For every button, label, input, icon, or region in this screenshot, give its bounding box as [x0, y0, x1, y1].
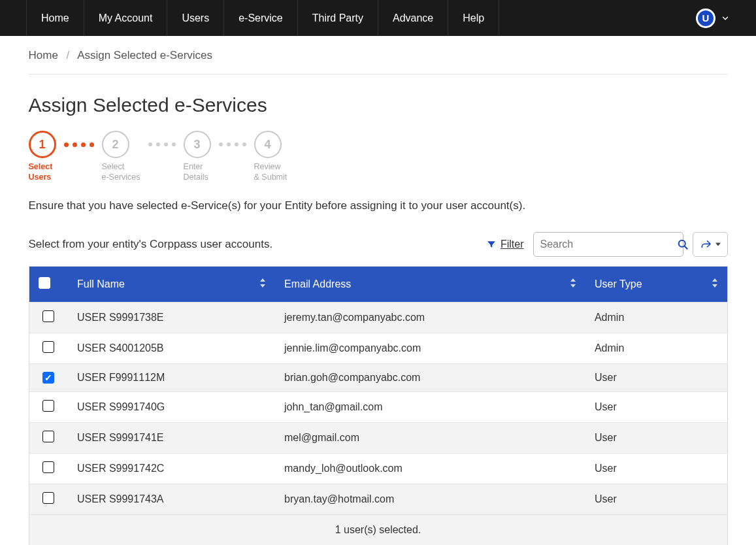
- cell-user-type: Admin: [585, 303, 727, 333]
- breadcrumb: Home / Assign Selected e-Services: [29, 36, 728, 74]
- search-input[interactable]: [540, 239, 671, 250]
- search-icon: [676, 238, 689, 251]
- caret-down-icon: [715, 242, 721, 247]
- table-row[interactable]: USER S9991741Emel@gmail.comUser: [29, 423, 727, 454]
- sort-icon: [259, 278, 266, 288]
- row-checkbox[interactable]: [42, 372, 54, 384]
- filter-label: Filter: [501, 239, 524, 250]
- col-email[interactable]: Email Address: [275, 267, 585, 303]
- avatar-initial: U: [702, 12, 710, 24]
- cell-email: bryan.tay@hotmail.com: [275, 484, 585, 515]
- step-2[interactable]: 2Selecte-Services: [102, 131, 140, 182]
- cell-full-name: USER S9991742C: [68, 454, 275, 484]
- export-button[interactable]: [693, 232, 728, 257]
- top-nav: HomeMy AccountUserse-ServiceThird PartyA…: [0, 0, 756, 36]
- table-row[interactable]: USER F9991112Mbrian.goh@companyabc.comUs…: [29, 364, 727, 392]
- col-checkbox: [29, 267, 68, 303]
- table-row[interactable]: USER S9991738Ejeremy.tan@companyabc.comA…: [29, 303, 727, 333]
- nav-item-e-service[interactable]: e-Service: [224, 0, 298, 36]
- nav-item-third-party[interactable]: Third Party: [298, 0, 378, 36]
- cell-email: mandy_loh@outlook.com: [275, 454, 585, 484]
- nav-item-help[interactable]: Help: [448, 0, 499, 36]
- table-row[interactable]: USER S9991742Cmandy_loh@outlook.comUser: [29, 454, 727, 484]
- step-circle: 1: [29, 131, 56, 158]
- step-4[interactable]: 4Review& Submit: [254, 131, 288, 182]
- row-checkbox[interactable]: [42, 431, 54, 442]
- table-toolbar: Select from your entity's Corppass user …: [29, 232, 728, 257]
- step-circle: 2: [102, 131, 129, 158]
- row-checkbox[interactable]: [42, 341, 54, 353]
- filter-icon: [486, 239, 497, 250]
- cell-email: brian.goh@companyabc.com: [275, 364, 585, 392]
- chevron-down-icon: [721, 14, 730, 23]
- col-full-name-label: Full Name: [77, 278, 125, 289]
- toolbar-left-text: Select from your entity's Corppass user …: [29, 238, 477, 251]
- cell-user-type: User: [585, 364, 727, 392]
- step-connector: [219, 131, 246, 158]
- cell-user-type: User: [585, 454, 727, 484]
- table-row[interactable]: USER S9991743Abryan.tay@hotmail.comUser: [29, 484, 727, 515]
- filter-button[interactable]: Filter: [486, 239, 524, 250]
- cell-full-name: USER S9991741E: [68, 423, 275, 454]
- step-1[interactable]: 1SelectUsers: [29, 131, 56, 182]
- col-user-type[interactable]: User Type: [585, 267, 727, 303]
- nav-item-home[interactable]: Home: [26, 0, 84, 36]
- col-user-type-label: User Type: [595, 278, 642, 289]
- step-label: Review& Submit: [254, 162, 288, 182]
- cell-email: jeremy.tan@companyabc.com: [275, 303, 585, 333]
- cell-full-name: USER S9991743A: [68, 484, 275, 515]
- sort-icon: [712, 278, 718, 288]
- cell-full-name: USER S4001205B: [68, 333, 275, 364]
- breadcrumb-home[interactable]: Home: [29, 49, 58, 61]
- cell-full-name: USER S9991738E: [68, 303, 275, 333]
- avatar: U: [696, 8, 715, 28]
- search-field[interactable]: [533, 232, 683, 257]
- breadcrumb-separator: /: [61, 49, 75, 61]
- col-email-label: Email Address: [284, 278, 351, 289]
- cell-user-type: User: [585, 484, 727, 515]
- table-row[interactable]: USER S4001205Bjennie.lim@companyabc.comA…: [29, 333, 727, 364]
- step-label: SelectUsers: [29, 162, 53, 182]
- cell-full-name: USER S9991740G: [68, 392, 275, 423]
- row-checkbox[interactable]: [42, 461, 54, 473]
- export-icon: [700, 239, 713, 250]
- col-full-name[interactable]: Full Name: [68, 267, 275, 303]
- nav-right: U: [696, 0, 730, 36]
- cell-user-type: Admin: [585, 333, 727, 364]
- step-connector: [148, 131, 176, 158]
- step-3[interactable]: 3EnterDetails: [184, 131, 211, 182]
- step-label: Selecte-Services: [102, 162, 140, 182]
- nav-item-users[interactable]: Users: [167, 0, 224, 36]
- table-row[interactable]: USER S9991740Gjohn_tan@gmail.comUser: [29, 392, 727, 423]
- breadcrumb-current: Assign Selected e-Services: [77, 49, 212, 61]
- cell-email: jennie.lim@companyabc.com: [275, 333, 585, 364]
- cell-email: mel@gmail.com: [275, 423, 585, 454]
- cell-user-type: User: [585, 392, 727, 423]
- step-circle: 4: [254, 131, 282, 158]
- nav-item-my-account[interactable]: My Account: [84, 0, 168, 36]
- user-menu[interactable]: U: [696, 8, 730, 28]
- select-all-checkbox[interactable]: [39, 277, 50, 289]
- wizard-steps: 1SelectUsers2Selecte-Services3EnterDetai…: [29, 131, 728, 182]
- sort-icon: [570, 278, 576, 288]
- cell-full-name: USER F9991112M: [68, 364, 275, 392]
- row-checkbox[interactable]: [42, 310, 54, 322]
- step-connector: [64, 131, 94, 158]
- cell-user-type: User: [585, 423, 727, 454]
- row-checkbox[interactable]: [42, 492, 54, 504]
- nav-left: HomeMy AccountUserse-ServiceThird PartyA…: [26, 0, 499, 36]
- nav-item-advance[interactable]: Advance: [378, 0, 448, 36]
- help-text: Ensure that you have selected e-Service(…: [29, 199, 728, 212]
- cell-email: john_tan@gmail.com: [275, 392, 585, 423]
- table-footer: 1 user(s) selected.: [29, 515, 727, 545]
- users-table: Full Name Email Address User Type: [29, 266, 728, 545]
- row-checkbox[interactable]: [42, 400, 54, 412]
- step-circle: 3: [184, 131, 211, 158]
- step-label: EnterDetails: [184, 162, 208, 182]
- page-title: Assign Selected e-Services: [29, 94, 728, 116]
